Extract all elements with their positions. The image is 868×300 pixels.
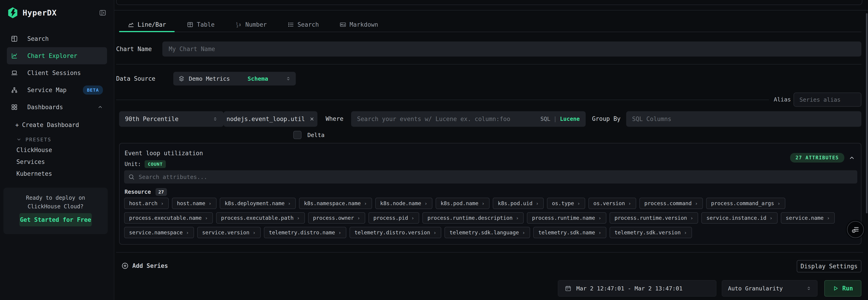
attribute-chip-label: process.owner [313, 215, 354, 221]
schema-link[interactable]: Schema [248, 76, 268, 82]
where-search-wrap: SQL | Lucene [351, 111, 586, 127]
attribute-chip-process.runtime.version[interactable]: process.runtime.version› [610, 212, 699, 224]
tab-markdown[interactable]: Markdown [331, 18, 386, 32]
attribute-chip-host.arch[interactable]: host.arch› [124, 198, 169, 209]
attribute-chip-os.version[interactable]: os.version› [588, 198, 636, 209]
group-by-input[interactable] [626, 111, 861, 127]
attribute-chip-telemetry.sdk.name[interactable]: telemetry.sdk.name› [533, 227, 607, 238]
attribute-chip-process.command[interactable]: process.command› [640, 198, 703, 209]
chevron-right-icon: › [338, 230, 341, 236]
attributes-count-badge: 27 ATTRIBUTES [790, 153, 844, 163]
sql-toggle[interactable]: SQL [540, 116, 550, 122]
attribute-chip-k8s.deployment.name[interactable]: k8s.deployment.name› [220, 198, 296, 209]
presets-header[interactable]: PRESETS [17, 136, 52, 143]
data-source-select[interactable]: Demo Metrics Schema [173, 72, 296, 85]
toggle-separator: | [554, 116, 557, 122]
tab-label: Number [245, 21, 267, 28]
attribute-chip-process.pid[interactable]: process.pid› [368, 212, 420, 224]
filter-list-play-icon [851, 225, 860, 234]
delta-checkbox[interactable] [293, 131, 302, 139]
vertical-scrollbar[interactable] [866, 13, 868, 213]
chevron-right-icon: › [770, 215, 773, 221]
attribute-chip-process.executable.path[interactable]: process.executable.path› [216, 212, 305, 224]
group-by-label: Group By [592, 115, 620, 122]
resource-group-header: Resource 27 [125, 188, 167, 196]
chevron-right-icon: › [433, 230, 436, 236]
attribute-chip-label: process.executable.name [129, 215, 202, 221]
attribute-chip-telemetry.sdk.version[interactable]: telemetry.sdk.version› [610, 227, 692, 238]
play-icon [833, 285, 839, 291]
chevron-right-icon: › [161, 200, 164, 206]
chevron-right-icon: › [425, 200, 427, 206]
chevron-right-icon: › [695, 200, 698, 206]
attribute-chip-k8s.pod.name[interactable]: k8s.pod.name› [436, 198, 490, 209]
select-chevrons-icon [286, 76, 291, 81]
tab-table[interactable]: Table [178, 18, 223, 32]
time-range-picker[interactable]: Mar 2 12:47:01 - Mar 2 13:47:01 [558, 280, 716, 297]
chevron-down-icon [17, 137, 22, 142]
sidebar-item-search[interactable]: Search [7, 30, 107, 47]
chevron-right-icon: › [522, 230, 525, 236]
attribute-chip-process.runtime.name[interactable]: process.runtime.name› [527, 212, 606, 224]
sidebar-collapse-icon[interactable] [99, 9, 106, 17]
tab-number[interactable]: 123Number [227, 18, 276, 32]
resource-group-label: Resource [125, 189, 151, 195]
chevron-right-icon: › [777, 200, 780, 206]
sidebar-item-service-map[interactable]: Service MapBETA [7, 81, 107, 99]
data-source-label: Data Source [116, 75, 155, 82]
sidebar-item-client-sessions[interactable]: Client Sessions [7, 64, 107, 81]
layers-icon [178, 76, 185, 82]
create-dashboard-button[interactable]: + Create Dashboard [15, 121, 79, 129]
svg-text:3: 3 [239, 23, 241, 27]
tabbar-underline [119, 32, 861, 32]
attribute-chip-k8s.node.name[interactable]: k8s.node.name› [375, 198, 432, 209]
chevron-right-icon: › [297, 215, 300, 221]
attribute-chip-telemetry.sdk.language[interactable]: telemetry.sdk.language› [444, 227, 530, 238]
chevron-right-icon: › [205, 215, 208, 221]
sidebar-item-chart-explorer[interactable]: Chart Explorer [7, 47, 107, 64]
unit-badge: COUNT [145, 160, 166, 168]
preset-item-kubernetes[interactable]: Kubernetes [17, 168, 103, 180]
remove-metric-icon[interactable] [309, 116, 314, 121]
attribute-search-input[interactable] [124, 170, 857, 184]
attribute-chip-label: host.arch [129, 200, 158, 206]
attribute-chip-service.instance.id[interactable]: service.instance.id› [701, 212, 777, 224]
granularity-select[interactable]: Auto Granularity [722, 280, 817, 297]
chart-name-input[interactable] [162, 42, 861, 57]
attribute-chip-process.owner[interactable]: process.owner› [308, 212, 365, 224]
app-title: HyperDX [23, 8, 57, 17]
aggregation-select[interactable]: 90th Percentile [119, 111, 224, 127]
attribute-chip-k8s.namespace.name[interactable]: k8s.namespace.name› [299, 198, 372, 209]
tab-search[interactable]: Search [279, 18, 328, 32]
attribute-chip-service.namespace[interactable]: service.namespace› [124, 227, 194, 238]
event-filter-fab[interactable] [847, 221, 864, 238]
chevron-up-icon[interactable] [849, 155, 855, 161]
run-button[interactable]: Run [824, 280, 861, 297]
attribute-chip-service.name[interactable]: service.name› [781, 212, 835, 224]
display-settings-button[interactable]: Display Settings [797, 260, 861, 272]
attribute-chip-process.runtime.description[interactable]: process.runtime.description› [423, 212, 524, 224]
sidebar-item-dashboards[interactable]: Dashboards [7, 99, 107, 115]
attribute-chip-telemetry.distro.name[interactable]: telemetry.distro.name› [264, 227, 346, 238]
preset-item-services[interactable]: Services [17, 156, 103, 168]
series-alias-input[interactable] [794, 92, 861, 107]
chevron-right-icon: › [598, 215, 601, 221]
plus-circle-icon [121, 262, 129, 269]
attribute-chip-telemetry.distro.version[interactable]: telemetry.distro.version› [349, 227, 441, 238]
tab-line-bar[interactable]: Line/Bar [119, 18, 175, 32]
attribute-chip-process.command_args[interactable]: process.command_args› [706, 198, 785, 209]
lucene-toggle[interactable]: Lucene [560, 116, 580, 122]
get-started-button[interactable]: Get Started for Free [19, 213, 92, 226]
preset-item-clickhouse[interactable]: ClickHouse [17, 144, 103, 156]
chevron-right-icon: › [411, 215, 414, 221]
attribute-chip-host.name[interactable]: host.name› [172, 198, 217, 209]
attribute-chip-process.executable.name[interactable]: process.executable.name› [124, 212, 213, 224]
chevron-right-icon: › [186, 230, 189, 236]
metric-chip[interactable]: nodejs.event_loop.util [224, 111, 317, 127]
attribute-chip-k8s.pod.uid[interactable]: k8s.pod.uid› [493, 198, 544, 209]
attribute-chip-os.type[interactable]: os.type› [547, 198, 585, 209]
unit-label: Unit: [125, 161, 141, 167]
add-series-button[interactable]: Add Series [121, 262, 168, 269]
clickhouse-cloud-promo-card: Ready to deploy on ClickHouse Cloud? Get… [3, 188, 108, 234]
attribute-chip-service.version[interactable]: service.version› [197, 227, 261, 238]
